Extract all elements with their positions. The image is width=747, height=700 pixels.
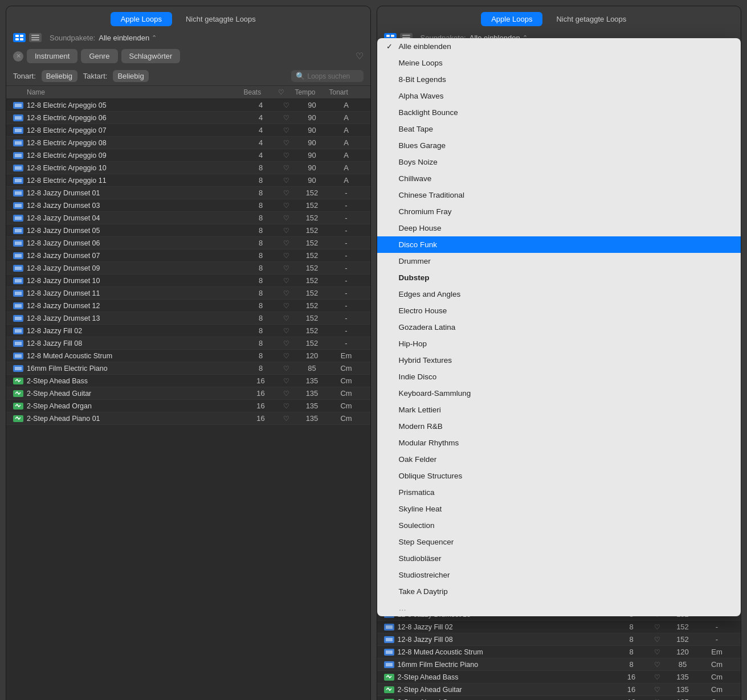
table-row[interactable]: 12-8 Jazzy Fill 08 8 ♡ 152 - [6, 337, 370, 350]
table-row[interactable]: 16mm Film Electric Piano 8 ♡ 85 Cm [377, 658, 741, 671]
table-row[interactable]: 12-8 Jazzy Drumset 04 8 ♡ 152 - [6, 212, 370, 224]
row-heart[interactable]: ♡ [648, 661, 666, 669]
table-row[interactable]: 12-8 Electric Arpeggio 07 4 ♡ 90 A [6, 124, 370, 137]
left-tab-untagged[interactable]: Nicht getaggte Loops [175, 12, 266, 26]
dropdown-item[interactable]: Soulection [377, 517, 741, 534]
dropdown-item[interactable]: Studiostreicher [377, 567, 741, 583]
table-row[interactable]: 2-Step Ahead Organ 16 ♡ 135 Cm [377, 696, 741, 700]
dropdown-item[interactable]: Dubstep [377, 269, 741, 286]
row-heart[interactable]: ♡ [648, 673, 666, 681]
row-heart[interactable]: ♡ [278, 101, 295, 109]
dropdown-item[interactable]: Step Sequencer [377, 534, 741, 550]
row-heart[interactable]: ♡ [278, 239, 295, 247]
table-row[interactable]: 12-8 Jazzy Drumset 05 8 ♡ 152 - [6, 224, 370, 237]
dropdown-item[interactable]: Backlight Bounce [377, 104, 741, 121]
left-tab-apple-loops[interactable]: Apple Loops [111, 12, 172, 26]
table-row[interactable]: 2-Step Ahead Bass 16 ♡ 135 Cm [6, 375, 370, 387]
row-heart[interactable]: ♡ [278, 402, 295, 410]
row-heart[interactable]: ♡ [278, 177, 295, 185]
table-row[interactable]: 12-8 Muted Acoustic Strum 8 ♡ 120 Em [6, 350, 370, 362]
dropdown-item[interactable]: Skyline Heat [377, 501, 741, 517]
dropdown-item[interactable]: Modular Rhythms [377, 435, 741, 451]
row-heart[interactable]: ♡ [278, 139, 295, 147]
row-heart[interactable]: ♡ [278, 214, 295, 222]
dropdown-item[interactable]: Disco Funk [377, 236, 741, 253]
table-row[interactable]: 12-8 Jazzy Drumset 03 8 ♡ 152 - [6, 199, 370, 212]
view-icon-list[interactable] [29, 33, 42, 42]
row-heart[interactable]: ♡ [278, 202, 295, 210]
row-heart[interactable]: ♡ [278, 264, 295, 272]
dropdown-item[interactable]: Deep House [377, 220, 741, 236]
view-icon-grid1[interactable] [13, 33, 26, 42]
dropdown-item[interactable]: Boys Noize [377, 154, 741, 170]
row-heart[interactable]: ♡ [278, 227, 295, 235]
table-row[interactable]: 12-8 Electric Arpeggio 11 8 ♡ 90 A [6, 174, 370, 187]
table-row[interactable]: 12-8 Electric Arpeggio 06 4 ♡ 90 A [6, 112, 370, 124]
row-heart[interactable]: ♡ [278, 164, 295, 172]
dropdown-item[interactable]: Keyboard-Sammlung [377, 385, 741, 402]
dropdown-item[interactable]: Blues Garage [377, 137, 741, 154]
dropdown-item[interactable]: 8-Bit Legends [377, 71, 741, 88]
left-taktart-select[interactable]: Beliebig [113, 70, 149, 82]
table-row[interactable]: 2-Step Ahead Guitar 16 ♡ 135 Cm [6, 387, 370, 400]
table-row[interactable]: 2-Step Ahead Piano 01 16 ♡ 135 Cm [6, 412, 370, 425]
row-heart[interactable]: ♡ [648, 636, 666, 644]
row-heart[interactable]: ♡ [278, 339, 295, 347]
row-heart[interactable]: ♡ [278, 189, 295, 197]
dropdown-item[interactable]: Oak Felder [377, 451, 741, 468]
row-heart[interactable]: ♡ [278, 289, 295, 297]
dropdown-item[interactable]: Hip-Hop [377, 335, 741, 352]
dropdown-item[interactable]: Studiobläser [377, 550, 741, 567]
row-heart[interactable]: ♡ [278, 390, 295, 398]
row-heart[interactable]: ♡ [278, 365, 295, 372]
table-row[interactable]: 12-8 Jazzy Drumset 10 8 ♡ 152 - [6, 275, 370, 287]
soundpkg-dropdown[interactable]: ✓ Alle einblenden Meine Loops 8-Bit Lege… [377, 38, 741, 616]
right-tab-untagged[interactable]: Nicht getaggte Loops [546, 12, 636, 26]
left-tonart-select[interactable]: Beliebig [42, 70, 77, 82]
row-heart[interactable]: ♡ [648, 623, 666, 631]
table-row[interactable]: 12-8 Jazzy Drumset 12 8 ♡ 152 - [6, 300, 370, 312]
left-soundpkg-value[interactable]: Alle einblenden ⌃ [99, 34, 157, 42]
left-close-btn[interactable]: ✕ [13, 51, 23, 62]
left-favorite-btn[interactable]: ♡ [356, 51, 364, 62]
row-heart[interactable]: ♡ [278, 415, 295, 423]
row-heart[interactable]: ♡ [648, 698, 666, 701]
dropdown-item[interactable]: Chillwave [377, 170, 741, 187]
dropdown-item[interactable]: Indie Disco [377, 369, 741, 385]
table-row[interactable]: 12-8 Jazzy Drumset 07 8 ♡ 152 - [6, 249, 370, 262]
dropdown-item[interactable]: Modern R&B [377, 418, 741, 435]
table-row[interactable]: 12-8 Electric Arpeggio 08 4 ♡ 90 A [6, 137, 370, 149]
dropdown-item[interactable]: Drummer [377, 253, 741, 269]
dropdown-item[interactable]: ✓ Alle einblenden [377, 38, 741, 55]
row-heart[interactable]: ♡ [278, 327, 295, 335]
dropdown-item[interactable]: Meine Loops [377, 55, 741, 71]
row-heart[interactable]: ♡ [648, 648, 666, 656]
table-row[interactable]: 2-Step Ahead Bass 16 ♡ 135 Cm [377, 671, 741, 683]
table-row[interactable]: 12-8 Electric Arpeggio 09 4 ♡ 90 A [6, 149, 370, 162]
row-heart[interactable]: ♡ [278, 252, 295, 260]
table-row[interactable]: 12-8 Jazzy Fill 02 8 ♡ 152 - [377, 621, 741, 633]
table-row[interactable]: 12-8 Jazzy Drumset 13 8 ♡ 152 - [6, 312, 370, 325]
dropdown-item[interactable]: Oblique Structures [377, 468, 741, 484]
dropdown-item[interactable]: Hybrid Textures [377, 352, 741, 369]
table-row[interactable]: 12-8 Jazzy Fill 02 8 ♡ 152 - [6, 325, 370, 337]
row-heart[interactable]: ♡ [648, 686, 666, 694]
dropdown-item[interactable]: Prismatica [377, 484, 741, 501]
row-heart[interactable]: ♡ [278, 126, 295, 134]
dropdown-item[interactable]: Electro House [377, 302, 741, 319]
dropdown-item[interactable]: Mark Lettieri [377, 402, 741, 418]
row-heart[interactable]: ♡ [278, 114, 295, 122]
dropdown-item[interactable]: Chinese Traditional [377, 187, 741, 203]
table-row[interactable]: 12-8 Electric Arpeggio 10 8 ♡ 90 A [6, 162, 370, 174]
left-filter-genre[interactable]: Genre [81, 49, 117, 63]
right-tab-apple-loops[interactable]: Apple Loops [481, 12, 542, 26]
dropdown-item[interactable]: Edges and Angles [377, 286, 741, 302]
row-heart[interactable]: ♡ [278, 377, 295, 385]
table-row[interactable]: 2-Step Ahead Guitar 16 ♡ 135 Cm [377, 683, 741, 696]
dropdown-item[interactable]: Beat Tape [377, 121, 741, 137]
dropdown-item[interactable]: Take A Daytrip [377, 583, 741, 600]
left-search-input[interactable] [308, 72, 359, 80]
table-row[interactable]: 16mm Film Electric Piano 8 ♡ 85 Cm [6, 362, 370, 375]
dropdown-item[interactable]: Gozadera Latina [377, 319, 741, 335]
table-row[interactable]: 12-8 Muted Acoustic Strum 8 ♡ 120 Em [377, 646, 741, 658]
